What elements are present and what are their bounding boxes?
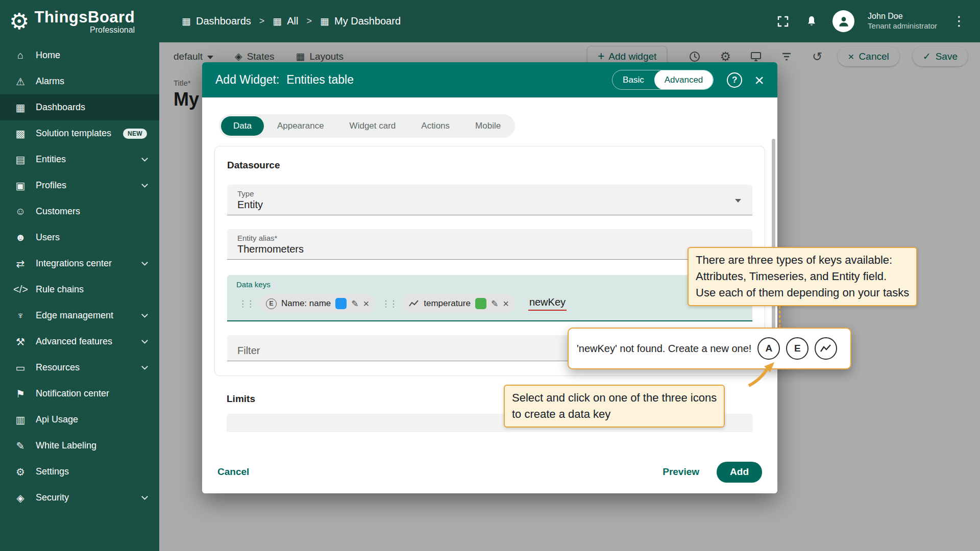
user-name: John Doe — [868, 11, 937, 21]
breadcrumb: ▦ Dashboards > ▦ All > ▦ My Dashboard — [182, 15, 401, 27]
sidebar-item-users[interactable]: ☻ Users — [0, 224, 159, 251]
dashboards-icon: ▦ — [182, 15, 191, 27]
home-icon: ⌂ — [13, 49, 28, 61]
tab-mobile[interactable]: Mobile — [463, 116, 513, 136]
data-keys-field[interactable]: Data keys ⋮⋮ E Name: name ✎ × ⋮⋮ tempera… — [227, 275, 752, 321]
sidebar-item-profiles[interactable]: ▣ Profiles — [0, 172, 159, 198]
remove-key-icon[interactable]: × — [363, 298, 370, 309]
topbar: ▦ Dashboards > ▦ All > ▦ My Dashboard — [159, 0, 980, 42]
type-select[interactable]: Type Entity — [227, 185, 752, 215]
avatar[interactable] — [832, 10, 854, 32]
data-keys-row: ⋮⋮ E Name: name ✎ × ⋮⋮ temperature ✎ — [236, 294, 743, 313]
dashboards-icon: ▦ — [320, 15, 329, 27]
settings-gear-icon: ⚙ — [13, 466, 28, 478]
preview-button[interactable]: Preview — [663, 466, 699, 478]
datasource-heading: Datasource — [227, 160, 752, 171]
new-key-input[interactable]: newKey — [528, 296, 567, 311]
resources-folder-icon: ▭ — [13, 362, 28, 374]
solution-templates-icon: ▩ — [13, 128, 28, 140]
sidebar: ⚙ ThingsBoard Professional ⌂ Home ⚠ Alar… — [0, 0, 159, 551]
customers-icon: ☺ — [13, 206, 28, 217]
sidebar-item-solution-templates[interactable]: ▩ Solution templates NEW — [0, 120, 159, 146]
breadcrumb-separator: > — [307, 16, 312, 27]
fullscreen-icon[interactable] — [775, 14, 791, 29]
sidebar-item-rule-chains[interactable]: </> Rule chains — [0, 277, 159, 303]
app-edition: Professional — [34, 26, 135, 35]
drag-handle-icon[interactable]: ⋮⋮ — [236, 298, 256, 309]
type-select-value: Entity — [237, 199, 742, 211]
notifications-bell-icon[interactable] — [804, 14, 819, 29]
tab-widget-card[interactable]: Widget card — [337, 116, 408, 136]
tab-appearance[interactable]: Appearance — [265, 116, 336, 136]
remove-key-icon[interactable]: × — [503, 298, 509, 309]
sidebar-item-edge-management[interactable]: ♆ Edge management — [0, 303, 159, 329]
profiles-icon: ▣ — [13, 180, 28, 192]
sidebar-item-alarms[interactable]: ⚠ Alarms — [0, 68, 159, 94]
keys-info-callout: There are three types of keys available:… — [688, 247, 917, 306]
notification-flag-icon: ⚑ — [13, 388, 28, 400]
white-labeling-icon: ✎ — [13, 440, 28, 452]
help-icon[interactable]: ? — [727, 72, 742, 88]
timeseries-key-icon — [409, 300, 419, 307]
advanced-mode-button[interactable]: Advanced — [654, 70, 714, 90]
create-attribute-key-icon[interactable]: A — [757, 337, 780, 360]
basic-mode-button[interactable]: Basic — [612, 70, 654, 90]
create-entity-field-key-icon[interactable]: E — [786, 337, 808, 360]
sidebar-item-white-labeling[interactable]: ✎ White Labeling — [0, 433, 159, 459]
sidebar-item-security[interactable]: ◈ Security — [0, 485, 159, 511]
app-name: ThingsBoard — [34, 8, 135, 27]
key-not-found-text: 'newKey' not found. Create a new one! — [577, 343, 751, 355]
users-icon: ☻ — [13, 232, 28, 243]
breadcrumb-dashboards[interactable]: ▦ Dashboards — [182, 15, 251, 27]
sidebar-item-entities[interactable]: ▤ Entities — [0, 146, 159, 172]
edge-management-icon: ♆ — [13, 310, 28, 321]
kebab-menu-icon[interactable]: ⋮ — [950, 13, 968, 29]
sidebar-item-resources[interactable]: ▭ Resources — [0, 355, 159, 381]
entities-icon: ▤ — [13, 154, 28, 166]
dialog-tabs: Data Appearance Widget card Actions Mobi… — [219, 114, 515, 138]
dashboards-icon: ▦ — [13, 102, 28, 114]
add-button[interactable]: Add — [717, 462, 762, 483]
sidebar-item-customers[interactable]: ☺ Customers — [0, 198, 159, 224]
dashboards-icon: ▦ — [273, 15, 282, 27]
user-info[interactable]: John Doe Tenant administrator — [868, 11, 937, 31]
tab-actions[interactable]: Actions — [409, 116, 462, 136]
sidebar-item-api-usage[interactable]: ▥ Api Usage — [0, 407, 159, 433]
sidebar-item-settings[interactable]: ⚙ Settings — [0, 459, 159, 485]
dialog-widget-name: Entities table — [286, 73, 354, 87]
dialog-footer: Cancel Preview Add — [202, 450, 777, 493]
sidebar-item-dashboards[interactable]: ▦ Dashboards — [0, 94, 159, 120]
drag-handle-icon[interactable]: ⋮⋮ — [379, 298, 399, 309]
sidebar-item-integrations-center[interactable]: ⇄ Integrations center — [0, 251, 159, 277]
close-icon[interactable]: × — [754, 72, 764, 88]
rule-chains-icon: </> — [13, 284, 28, 295]
data-key-chip-name[interactable]: E Name: name ✎ × — [260, 294, 375, 313]
dialog-cancel-button[interactable]: Cancel — [217, 466, 249, 478]
security-icon: ◈ — [13, 492, 28, 504]
sidebar-item-home[interactable]: ⌂ Home — [0, 42, 159, 68]
chevron-down-icon — [141, 363, 148, 370]
select-caret-icon — [735, 199, 741, 203]
breadcrumb-all[interactable]: ▦ All — [273, 15, 298, 27]
app-logo[interactable]: ⚙ ThingsBoard Professional — [0, 0, 159, 42]
chevron-down-icon — [141, 155, 148, 162]
chevron-down-icon — [141, 259, 148, 266]
tab-data[interactable]: Data — [221, 116, 264, 136]
chevron-down-icon — [141, 181, 148, 188]
sidebar-item-advanced-features[interactable]: ⚒ Advanced features — [0, 329, 159, 355]
edit-pencil-icon[interactable]: ✎ — [491, 298, 498, 309]
entity-alias-field[interactable]: Entity alias* Thermometers — [227, 229, 752, 260]
chevron-down-icon — [141, 337, 148, 344]
sidebar-item-notification-center[interactable]: ⚑ Notification center — [0, 381, 159, 407]
breadcrumb-my-dashboard[interactable]: ▦ My Dashboard — [320, 15, 401, 27]
key-color-swatch[interactable] — [335, 298, 347, 309]
data-key-chip-temperature[interactable]: temperature ✎ × — [403, 294, 515, 313]
mode-toggle: Basic Advanced — [612, 70, 714, 90]
select-hint-callout: Select and click on one of the three ico… — [504, 385, 725, 428]
edit-pencil-icon[interactable]: ✎ — [351, 298, 358, 309]
create-timeseries-key-icon[interactable] — [815, 337, 837, 360]
alarms-icon: ⚠ — [13, 76, 28, 88]
advanced-features-icon: ⚒ — [13, 336, 28, 348]
new-badge: NEW — [123, 129, 147, 139]
key-color-swatch[interactable] — [475, 298, 486, 309]
